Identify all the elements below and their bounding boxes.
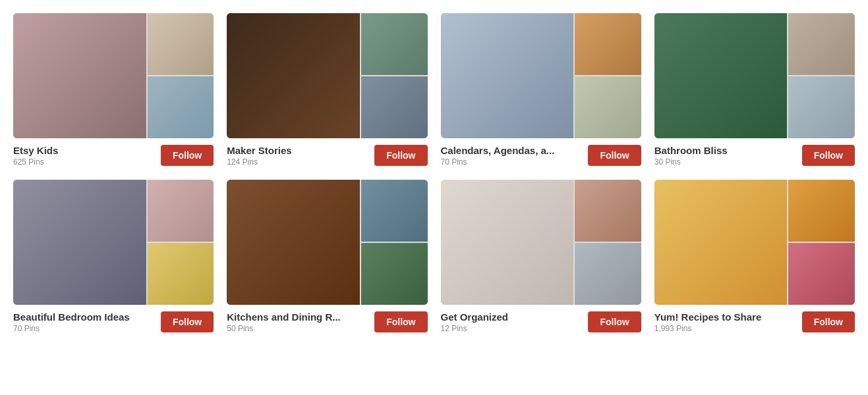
board-info-kitchens-dining: Kitchens and Dining R... 50 Pins Follow — [227, 311, 427, 333]
board-info-maker-stories: Maker Stories 124 Pins Follow — [227, 145, 427, 167]
board-text-get-organized: Get Organized 12 Pins — [441, 311, 583, 333]
board-main-image-calendars-agendas — [441, 13, 574, 138]
board-title-beautiful-bedroom: Beautiful Bedroom Ideas — [13, 311, 156, 323]
board-main-image-maker-stories — [227, 13, 360, 138]
board-thumb1-maker-stories — [361, 13, 428, 75]
board-info-bathroom-bliss: Bathroom Bliss 30 Pins Follow — [654, 145, 855, 167]
board-title-yum-recipes: Yum! Recipes to Share — [654, 311, 797, 323]
board-title-bathroom-bliss: Bathroom Bliss — [654, 145, 797, 156]
board-title-maker-stories: Maker Stories — [227, 145, 369, 156]
board-images-calendars-agendas[interactable] — [441, 13, 641, 138]
board-images-bathroom-bliss[interactable] — [654, 13, 855, 138]
board-text-yum-recipes: Yum! Recipes to Share 1,993 Pins — [654, 311, 797, 333]
follow-button-beautiful-bedroom[interactable]: Follow — [161, 311, 214, 332]
board-main-image-beautiful-bedroom — [13, 180, 146, 305]
board-images-etsy-kids[interactable] — [13, 13, 214, 138]
board-text-beautiful-bedroom: Beautiful Bedroom Ideas 70 Pins — [13, 311, 156, 333]
board-thumb1-beautiful-bedroom — [148, 180, 214, 242]
board-images-maker-stories[interactable] — [227, 13, 427, 138]
board-images-beautiful-bedroom[interactable] — [13, 180, 214, 305]
board-title-kitchens-dining: Kitchens and Dining R... — [227, 311, 369, 323]
follow-button-get-organized[interactable]: Follow — [588, 311, 641, 332]
board-thumb2-calendars-agendas — [575, 76, 641, 138]
board-pins-beautiful-bedroom: 70 Pins — [13, 324, 156, 333]
follow-button-calendars-agendas[interactable]: Follow — [588, 145, 641, 166]
board-title-get-organized: Get Organized — [441, 311, 583, 323]
board-images-yum-recipes[interactable] — [654, 180, 855, 305]
board-thumb2-get-organized — [575, 243, 641, 305]
board-text-bathroom-bliss: Bathroom Bliss 30 Pins — [654, 145, 797, 167]
board-images-get-organized[interactable] — [441, 180, 641, 305]
boards-grid: Etsy Kids 625 Pins Follow Maker Stories … — [13, 13, 855, 333]
board-pins-etsy-kids: 625 Pins — [13, 157, 156, 167]
board-info-etsy-kids: Etsy Kids 625 Pins Follow — [13, 145, 214, 167]
board-info-calendars-agendas: Calendars, Agendas, a... 70 Pins Follow — [441, 145, 641, 167]
board-card-beautiful-bedroom: Beautiful Bedroom Ideas 70 Pins Follow — [13, 180, 214, 333]
board-info-yum-recipes: Yum! Recipes to Share 1,993 Pins Follow — [654, 311, 855, 333]
follow-button-maker-stories[interactable]: Follow — [374, 145, 427, 166]
board-card-bathroom-bliss: Bathroom Bliss 30 Pins Follow — [654, 13, 855, 167]
board-text-calendars-agendas: Calendars, Agendas, a... 70 Pins — [441, 145, 583, 167]
board-main-image-yum-recipes — [654, 180, 788, 305]
board-text-etsy-kids: Etsy Kids 625 Pins — [13, 145, 156, 167]
board-card-maker-stories: Maker Stories 124 Pins Follow — [227, 13, 427, 167]
follow-button-yum-recipes[interactable]: Follow — [802, 311, 855, 332]
board-info-beautiful-bedroom: Beautiful Bedroom Ideas 70 Pins Follow — [13, 311, 214, 333]
follow-button-kitchens-dining[interactable]: Follow — [374, 311, 427, 332]
board-pins-yum-recipes: 1,993 Pins — [654, 324, 797, 333]
board-thumb1-get-organized — [575, 180, 641, 242]
board-main-image-etsy-kids — [13, 13, 146, 138]
board-card-get-organized: Get Organized 12 Pins Follow — [441, 180, 641, 333]
follow-button-etsy-kids[interactable]: Follow — [161, 145, 214, 166]
board-info-get-organized: Get Organized 12 Pins Follow — [441, 311, 641, 333]
board-thumb1-bathroom-bliss — [788, 13, 855, 75]
board-text-kitchens-dining: Kitchens and Dining R... 50 Pins — [227, 311, 369, 333]
board-pins-get-organized: 12 Pins — [441, 324, 583, 333]
board-thumb2-kitchens-dining — [361, 243, 428, 305]
follow-button-bathroom-bliss[interactable]: Follow — [802, 145, 855, 166]
board-thumb1-calendars-agendas — [575, 13, 641, 75]
board-thumb1-kitchens-dining — [361, 180, 428, 242]
board-text-maker-stories: Maker Stories 124 Pins — [227, 145, 369, 167]
board-title-calendars-agendas: Calendars, Agendas, a... — [441, 145, 583, 156]
board-title-etsy-kids: Etsy Kids — [13, 145, 156, 156]
board-thumb1-etsy-kids — [148, 13, 214, 75]
board-card-kitchens-dining: Kitchens and Dining R... 50 Pins Follow — [227, 180, 427, 333]
board-thumb1-yum-recipes — [788, 180, 855, 242]
board-thumb2-etsy-kids — [148, 76, 214, 138]
board-pins-bathroom-bliss: 30 Pins — [654, 157, 797, 167]
board-pins-calendars-agendas: 70 Pins — [441, 157, 583, 167]
board-main-image-kitchens-dining — [227, 180, 360, 305]
board-thumb2-maker-stories — [361, 76, 428, 138]
board-thumb2-beautiful-bedroom — [148, 243, 214, 305]
board-card-etsy-kids: Etsy Kids 625 Pins Follow — [13, 13, 214, 167]
board-main-image-bathroom-bliss — [654, 13, 788, 138]
board-thumb2-bathroom-bliss — [788, 76, 855, 138]
board-card-calendars-agendas: Calendars, Agendas, a... 70 Pins Follow — [441, 13, 641, 167]
board-card-yum-recipes: Yum! Recipes to Share 1,993 Pins Follow — [654, 180, 855, 333]
board-main-image-get-organized — [441, 180, 574, 305]
board-thumb2-yum-recipes — [788, 243, 855, 305]
board-pins-maker-stories: 124 Pins — [227, 157, 369, 167]
board-images-kitchens-dining[interactable] — [227, 180, 427, 305]
board-pins-kitchens-dining: 50 Pins — [227, 324, 369, 333]
